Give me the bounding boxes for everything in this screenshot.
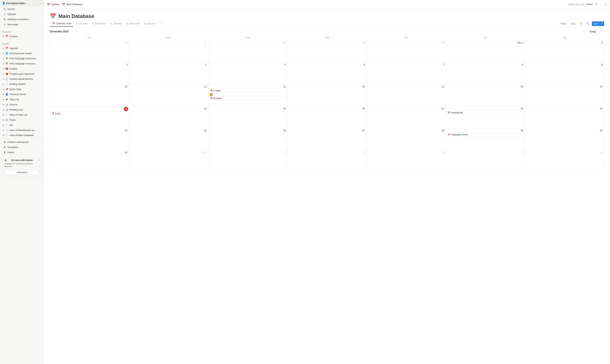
calendar-day[interactable]: 28 — [208, 40, 287, 62]
automation-button[interactable]: ⚡ — [579, 21, 584, 26]
calendar-day[interactable]: 13 — [287, 84, 366, 106]
sidebar-item-free-lang2[interactable]: ▶ 🍀 Free language resource... — [1, 61, 43, 66]
history-icon[interactable]: 🕐 — [595, 3, 598, 6]
sidebar-item-quick-note[interactable]: ▶ 📌 Quick Note — [1, 87, 43, 92]
calendar-day[interactable]: 30 — [366, 40, 446, 62]
calendar-day[interactable]: 27 — [129, 40, 208, 62]
sidebar-item-templates[interactable]: ⚙ Templates — [1, 144, 43, 150]
more-options-icon[interactable]: ••• — [605, 3, 607, 6]
calendar-day[interactable]: 14 — [366, 84, 446, 106]
calendar-day[interactable]: 16 — [525, 84, 604, 106]
sidebar-item-view-schedule[interactable]: ▶ 📄 View of Расписание за... — [1, 128, 43, 133]
calendar-day[interactable]: 22📅Корпоратив — [446, 106, 525, 128]
sidebar-item-qa[interactable]: ▶ 📄 QA — [1, 122, 43, 128]
tab-timeline[interactable]: ⏱ Timeline — [108, 21, 124, 27]
event-icon: 📅 — [52, 113, 54, 115]
sidebar-item-view-task-list[interactable]: ▶ 📄 View of Task List — [1, 112, 43, 117]
sidebar-item-create-teamspace[interactable]: ⊕ Create a teamspace — [1, 139, 43, 144]
calendar-event[interactable]: 📅Корпоратив — [447, 111, 524, 115]
favorite-icon[interactable]: ☆ — [600, 3, 602, 6]
calendar-day[interactable]: 9 — [525, 62, 604, 84]
calendar-day[interactable]: 7 — [366, 62, 446, 84]
calendar-day[interactable]: 4 — [129, 62, 208, 84]
filter-button[interactable]: Filter — [559, 22, 568, 26]
calendar-event[interactable]: 📅Event — [51, 112, 128, 116]
calendar-day[interactable]: Dec 1 — [446, 40, 525, 62]
tab-removed[interactable]: 🗑 Removed — [124, 21, 142, 27]
calendar-day[interactable]: 23 — [525, 106, 604, 128]
new-button[interactable]: New ▾ — [592, 21, 604, 26]
ignored-icon: ⏭ — [144, 22, 146, 25]
calendar-day[interactable]: 21 — [366, 106, 446, 128]
sidebar-item-settings[interactable]: ⚙ Settings & members — [1, 17, 43, 22]
sidebar-item-reading-list[interactable]: ▶ 📊 Reading List — [1, 107, 43, 112]
calendar-day[interactable]: 29📅Подводим итоги ... — [446, 128, 525, 150]
calendar-day[interactable]: 17📅Event — [50, 106, 129, 128]
breadcrumb-main-db[interactable]: Main Database — [66, 3, 82, 6]
calendar-day[interactable]: 26 — [208, 128, 287, 150]
calendar-day[interactable]: 4 — [366, 150, 446, 172]
calendar-day[interactable]: 3 — [50, 62, 129, 84]
search-calendar-button[interactable]: 🔍 — [585, 21, 590, 26]
calendar-day[interactable]: 5 — [208, 62, 287, 84]
breadcrumb-agenda[interactable]: Agenda — [51, 3, 59, 6]
calendar-day[interactable]: 27 — [287, 128, 366, 150]
new-button-arrow[interactable]: ▾ — [600, 22, 604, 26]
calendar-day[interactable]: 6 — [525, 150, 604, 172]
sidebar-item-view-main-db[interactable]: ▶ 📄 View of Main Database — [1, 133, 43, 138]
sidebar-item-agenda[interactable]: ▶ 📅 Agenda — [1, 46, 43, 51]
next-month-button[interactable]: › — [599, 29, 604, 34]
calendar-day[interactable]: 19 — [208, 106, 287, 128]
sidebar-item-task-list[interactable]: ▶ ✖ Task List — [1, 97, 43, 102]
tab-ignored[interactable]: ⏭ Ignored — [142, 21, 157, 27]
sidebar-item-tasks[interactable]: ▶ ☑ Tasks — [1, 117, 43, 122]
sidebar-item-getting-started[interactable]: ▶ 📄 Getting Started — [1, 81, 43, 87]
calendar-day[interactable]: 20 — [287, 106, 366, 128]
calendar-day[interactable]: 24 — [50, 128, 129, 150]
sidebar-item-search[interactable]: 🔍 Search — [1, 6, 43, 12]
calendar-day[interactable]: 29 — [287, 40, 366, 62]
sidebar-item-tracker[interactable]: ▶ 📋 Трекер прочитанного — [1, 76, 43, 81]
share-button[interactable]: Share — [587, 3, 593, 6]
calendar-day[interactable]: 12📅Созвон📅Встреча — [208, 84, 287, 106]
calendar-day[interactable]: Jan 1 — [129, 150, 208, 172]
calendar-event[interactable]: 📅Подводим итоги ... — [447, 133, 524, 137]
calendar-day[interactable]: 2 — [525, 40, 604, 62]
sidebar-item-foreign-lang[interactable]: ▶ 🌐 Иностранные языки — [1, 51, 43, 56]
tab-all-events[interactable]: ⊞ All Events — [90, 21, 108, 27]
sidebar-item-sozvon[interactable]: ▶ 📅 Созвон — [1, 34, 43, 39]
sidebar-item-updates[interactable]: 🕐 Updates — [1, 12, 43, 17]
sidebar-item-resources[interactable]: ▶ 🍓 Ресурсы для изучения ... — [1, 71, 43, 76]
calendar-day[interactable]: 28 — [366, 128, 446, 150]
sidebar-item-free-lang[interactable]: ▶ 🍀 Free language resources — [1, 56, 43, 61]
sort-button[interactable]: Sort — [569, 22, 577, 26]
calendar-event[interactable]: 📅Встреча — [209, 96, 286, 100]
prev-month-button[interactable]: ‹ — [581, 29, 586, 34]
calendar-event[interactable]: 📅Созвон — [209, 89, 286, 93]
sidebar-item-import[interactable]: ⬇ Import — [1, 150, 43, 155]
sidebar-item-new-page[interactable]: ✎ New page — [1, 22, 43, 27]
tab-list-view[interactable]: ☰ List View — [73, 21, 90, 27]
today-button[interactable]: Today — [587, 29, 598, 34]
calendar-day[interactable]: 26 — [50, 40, 129, 62]
calendar-day[interactable]: 11 — [129, 84, 208, 106]
calendar-day[interactable]: 5 — [446, 150, 525, 172]
workspace-header[interactable]: 👤 Екатерина Шам... ▾ — [0, 0, 44, 6]
calendar-day[interactable]: 18 — [129, 106, 208, 128]
sidebar-item-english[interactable]: ▶ 🇬🇧 English — [1, 66, 43, 71]
calendar-day[interactable]: 2 — [208, 150, 287, 172]
calendar-day[interactable]: 30 — [525, 128, 604, 150]
sidebar-item-journal[interactable]: ▶ 📊 Journal — [1, 102, 43, 107]
calendar-day[interactable]: 3 — [287, 150, 366, 172]
view-plans-button[interactable]: View plans — [5, 170, 39, 175]
promo-close-button[interactable]: × — [38, 159, 39, 161]
calendar-day[interactable]: 31 — [50, 150, 129, 172]
sidebar-item-personal-home[interactable]: ▶ 👤 Personal Home — [1, 92, 43, 97]
calendar-day[interactable]: 15 — [446, 84, 525, 106]
calendar-day[interactable]: 8 — [446, 62, 525, 84]
calendar-day[interactable]: 6 — [287, 62, 366, 84]
calendar-day[interactable]: 10 — [50, 84, 129, 106]
add-view-button[interactable]: + — [157, 21, 163, 27]
calendar-day[interactable]: 25 — [129, 128, 208, 150]
tab-calendar-view[interactable]: 📅 Calendar View — [50, 21, 73, 27]
